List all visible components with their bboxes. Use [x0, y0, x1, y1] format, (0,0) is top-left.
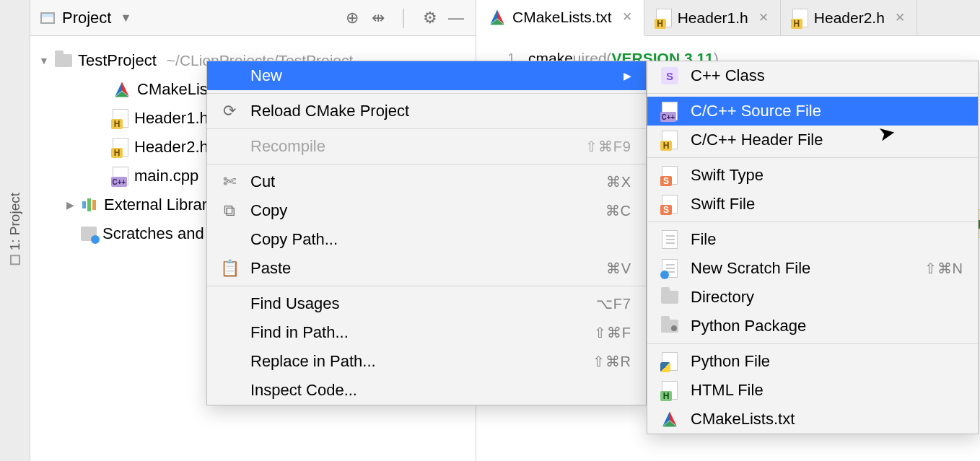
- tree-label: TestProject: [78, 51, 157, 70]
- menu-item: Recompile⇧⌘F9: [207, 132, 646, 161]
- close-tab-icon[interactable]: ✕: [758, 10, 769, 25]
- menu-item-label: Swift File: [691, 195, 963, 214]
- tree-label: Header2.h: [134, 138, 209, 157]
- tool-window-rail[interactable]: 1: Project: [0, 0, 30, 461]
- cmake-icon: [660, 410, 679, 429]
- project-view-dropdown-icon[interactable]: ▼: [120, 12, 131, 25]
- menu-item[interactable]: Swift File: [647, 190, 978, 219]
- reload-icon: ⟳: [220, 102, 239, 120]
- menu-item[interactable]: 📋Paste⌘V: [207, 254, 646, 283]
- swift-icon: [660, 166, 679, 185]
- project-panel-header: Project ▼ ⊕ ⇹ │ ⚙ —: [30, 0, 476, 35]
- menu-item-label: File: [691, 230, 963, 249]
- menu-shortcut: ⌘V: [606, 260, 631, 277]
- menu-item[interactable]: Swift Type: [647, 161, 978, 190]
- menu-item[interactable]: ⧉Copy⌘C: [207, 196, 646, 225]
- menu-item-label: Cut: [250, 172, 595, 191]
- menu-shortcut: ⇧⌘F9: [585, 138, 631, 155]
- menu-item[interactable]: SC++ Class: [647, 61, 978, 90]
- menu-item[interactable]: Directory: [647, 283, 978, 312]
- editor-tab[interactable]: Header1.h✕: [644, 0, 781, 35]
- file-icon: [660, 230, 679, 249]
- menu-item[interactable]: New▶: [207, 61, 646, 90]
- menu-item[interactable]: C/C++ Header File: [647, 126, 978, 154]
- gear-icon[interactable]: ⚙: [421, 9, 439, 27]
- context-menu: New▶⟳Reload CMake ProjectRecompile⇧⌘F9✄C…: [206, 61, 647, 405]
- new-submenu: SC++ ClassC/C++ Source FileC/C++ Header …: [647, 61, 979, 434]
- collapse-all-icon[interactable]: ⇹: [369, 9, 388, 27]
- menu-item-label: Python Package: [691, 317, 963, 335]
- menu-shortcut: ⌘C: [605, 202, 631, 219]
- submenu-arrow-icon: ▶: [624, 70, 631, 82]
- project-tool-tab[interactable]: 1: Project: [7, 193, 23, 268]
- project-view-title[interactable]: Project: [62, 9, 111, 27]
- editor-tabs: CMakeLists.txt✕Header1.h✕Header2.h✕: [476, 0, 980, 35]
- menu-item-label: Reload CMake Project: [250, 102, 631, 120]
- close-tab-icon[interactable]: ✕: [895, 10, 905, 25]
- menu-item-label: Copy: [250, 201, 594, 220]
- html-icon: [660, 381, 679, 400]
- menu-item[interactable]: Replace in Path...⇧⌘R: [207, 347, 646, 376]
- menu-item-label: Directory: [691, 288, 963, 307]
- menu-item-label: C++ Class: [691, 66, 963, 85]
- menu-item[interactable]: File: [647, 225, 978, 254]
- py-icon: [660, 352, 679, 371]
- cpp-icon: [660, 102, 679, 120]
- menu-item-label: CMakeLists.txt: [691, 410, 963, 429]
- menu-item-label: Python File: [691, 352, 963, 371]
- menu-shortcut: ⇧⌘R: [592, 353, 631, 370]
- tab-label: Header2.h: [814, 9, 885, 27]
- tree-label: main.cpp: [134, 167, 198, 185]
- divider: │: [395, 9, 414, 27]
- menu-item-label: HTML File: [691, 381, 963, 400]
- swift-icon: [660, 195, 679, 214]
- paste-icon: 📋: [220, 259, 239, 278]
- editor-tab[interactable]: Header2.h✕: [781, 0, 917, 35]
- menu-item[interactable]: C/C++ Source File: [647, 97, 978, 126]
- menu-shortcut: ⌥F7: [596, 295, 631, 312]
- menu-shortcut: ⌘X: [606, 173, 631, 190]
- dir-icon: [660, 291, 679, 304]
- tab-label: CMakeLists.txt: [512, 9, 612, 26]
- cut-icon: ✄: [220, 172, 239, 191]
- menu-item[interactable]: Inspect Code...: [207, 376, 646, 405]
- editor-tab[interactable]: CMakeLists.txt✕: [476, 0, 644, 36]
- menu-item-label: Find in Path...: [250, 323, 582, 342]
- menu-item-label: C/C++ Header File: [691, 131, 963, 149]
- menu-item[interactable]: ⟳Reload CMake Project: [207, 97, 646, 126]
- tree-label: Header1.h: [134, 109, 209, 128]
- menu-item-label: Replace in Path...: [250, 352, 581, 371]
- s-icon: S: [660, 67, 679, 84]
- menu-item-label: Find Usages: [250, 294, 585, 313]
- menu-item-label: New: [250, 66, 612, 85]
- project-rail-icon: [10, 255, 20, 265]
- copy-icon: ⧉: [220, 201, 239, 220]
- menu-shortcut: ⇧⌘F: [594, 324, 631, 341]
- menu-item-label: New Scratch File: [691, 259, 913, 278]
- menu-item[interactable]: Find in Path...⇧⌘F: [207, 318, 646, 347]
- menu-item[interactable]: HTML File: [647, 376, 978, 405]
- menu-item-label: Paste: [250, 259, 595, 278]
- menu-shortcut: ⇧⌘N: [924, 260, 963, 277]
- menu-item[interactable]: ✄Cut⌘X: [207, 167, 646, 196]
- menu-item-label: Swift Type: [691, 166, 963, 185]
- h-icon: [660, 131, 679, 149]
- tab-label: Header1.h: [678, 9, 748, 27]
- hide-panel-icon[interactable]: —: [447, 9, 465, 27]
- menu-item[interactable]: New Scratch File⇧⌘N: [647, 254, 978, 283]
- menu-item-label: Inspect Code...: [250, 381, 631, 400]
- project-view-icon: [40, 12, 55, 24]
- filebadge-icon: [660, 259, 679, 278]
- project-rail-label: 1: Project: [7, 193, 23, 250]
- menu-item[interactable]: Python Package: [647, 312, 978, 341]
- dirdot-icon: [660, 320, 679, 333]
- menu-item[interactable]: Copy Path...: [207, 225, 646, 254]
- close-tab-icon[interactable]: ✕: [622, 9, 632, 25]
- menu-item-label: Copy Path...: [250, 230, 631, 249]
- menu-item-label: Recompile: [250, 137, 574, 156]
- menu-item[interactable]: Python File: [647, 347, 978, 376]
- locate-icon[interactable]: ⊕: [343, 9, 362, 27]
- menu-item[interactable]: CMakeLists.txt: [647, 405, 978, 434]
- menu-item[interactable]: Find Usages⌥F7: [207, 289, 646, 318]
- menu-item-label: C/C++ Source File: [691, 102, 963, 120]
